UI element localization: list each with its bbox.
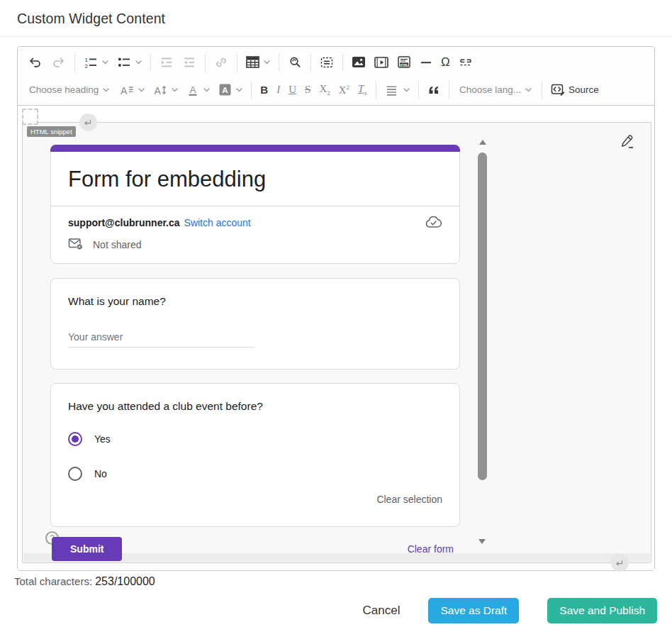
find-replace-icon — [288, 55, 302, 70]
insert-table-button[interactable] — [242, 51, 274, 74]
chevron-down-icon — [103, 88, 109, 92]
form-scrollbar[interactable] — [477, 140, 488, 545]
character-count-value: 253/100000 — [95, 575, 155, 587]
select-all-button[interactable] — [315, 51, 338, 74]
editor-content-area[interactable]: HTML snippet ↵ Form for embedding suppo — [18, 106, 654, 570]
toolbar-separator — [418, 82, 419, 99]
horizontal-line-button[interactable] — [415, 51, 437, 74]
not-shared-icon — [68, 237, 84, 253]
insert-paragraph-after-button[interactable]: ↵ — [611, 554, 629, 572]
svg-text:HTML: HTML — [400, 63, 408, 67]
cancel-button[interactable]: Cancel — [363, 604, 401, 618]
quote-icon — [427, 84, 440, 96]
toolbar-separator — [310, 54, 311, 71]
language-dropdown-label: Choose lang... — [459, 84, 521, 95]
form-question-card: What is your name? Your answer — [50, 278, 460, 370]
font-color-button[interactable]: A — [182, 79, 214, 101]
html-snippet-widget[interactable]: HTML snippet ↵ Form for embedding suppo — [22, 122, 651, 563]
chevron-down-icon — [236, 88, 242, 92]
radio-unselected-icon[interactable] — [68, 467, 82, 481]
toolbar-separator — [251, 82, 252, 99]
source-button[interactable]: Source — [547, 79, 603, 101]
character-count-label: Total characters: — [14, 575, 92, 587]
bold-button[interactable]: B — [256, 79, 272, 101]
edit-html-source-button[interactable] — [619, 133, 635, 152]
radio-option-label: No — [94, 468, 107, 479]
insert-media-button[interactable] — [370, 51, 393, 74]
remove-format-icon: Tx — [358, 84, 367, 96]
undo-icon — [28, 55, 43, 70]
toolbar-separator — [279, 54, 279, 71]
omega-icon: Ω — [441, 56, 450, 68]
form-account-section: support@clubrunner.ca Switch account Not… — [51, 206, 459, 263]
svg-text:A: A — [121, 84, 128, 96]
page-break-button[interactable] — [454, 51, 477, 74]
toolbar-row-1: 12HTMLΩ — [23, 48, 649, 76]
text-alignment-button[interactable] — [381, 79, 414, 101]
heading-dropdown-button[interactable]: Choose heading — [23, 79, 115, 101]
radio-selected-icon[interactable] — [68, 432, 82, 446]
toolbar-separator — [376, 82, 376, 99]
outdent-icon — [182, 55, 196, 70]
character-count: Total characters: 253/100000 — [14, 575, 672, 588]
widget-drag-handle-icon[interactable] — [22, 109, 38, 125]
short-answer-input[interactable]: Your answer — [68, 331, 254, 348]
scroll-down-arrow-icon[interactable] — [478, 539, 486, 544]
font-size-button[interactable]: A — [149, 79, 182, 101]
toolbar-separator — [237, 54, 237, 71]
block-quote-button[interactable] — [423, 79, 444, 101]
scroll-up-arrow-icon[interactable] — [479, 140, 486, 145]
form-question-card: Have you attended a club event before? Y… — [50, 383, 460, 527]
font-family-icon: A — [119, 83, 134, 97]
superscript-button[interactable]: X2 — [335, 79, 354, 101]
html-embed-button[interactable]: HTML — [393, 51, 415, 74]
google-form-preview: Form for embedding support@clubrunner.ca… — [50, 123, 460, 561]
font-background-color-button[interactable]: A — [214, 79, 247, 101]
toolbar-separator — [342, 54, 343, 71]
shared-status-text: Not shared — [93, 239, 141, 250]
italic-button[interactable]: I — [272, 79, 284, 101]
radio-option-label: Yes — [94, 433, 111, 445]
submit-button[interactable]: Submit — [52, 537, 122, 561]
chevron-down-icon — [102, 60, 108, 65]
strikethrough-button[interactable]: S — [301, 79, 315, 101]
decrease-indent-button[interactable] — [178, 51, 201, 74]
chevron-down-icon — [203, 88, 210, 92]
toolbar-separator — [449, 82, 449, 99]
chevron-down-icon — [135, 60, 142, 65]
bulleted-list-button[interactable] — [113, 51, 146, 74]
strikethrough-icon: S — [305, 84, 310, 95]
subscript-button[interactable]: X2 — [315, 79, 334, 101]
link-button[interactable] — [210, 51, 233, 74]
bulleted-list-icon — [117, 55, 131, 70]
redo-button[interactable] — [47, 51, 70, 74]
radio-option-no[interactable]: No — [68, 465, 442, 482]
insert-image-button[interactable] — [347, 51, 370, 74]
underline-icon: U — [289, 84, 296, 95]
font-family-button[interactable]: A — [115, 79, 149, 101]
increase-indent-button[interactable] — [155, 51, 178, 74]
switch-account-link[interactable]: Switch account — [184, 217, 251, 228]
save-as-draft-button[interactable]: Save as Draft — [428, 598, 519, 623]
clear-selection-button[interactable]: Clear selection — [68, 494, 442, 505]
special-characters-button[interactable]: Ω — [437, 51, 454, 74]
find-and-replace-button[interactable] — [284, 51, 306, 74]
underline-button[interactable]: U — [284, 79, 301, 101]
redo-icon — [51, 55, 66, 70]
saved-to-cloud-icon — [425, 216, 442, 229]
language-dropdown-button[interactable]: Choose lang... — [454, 79, 537, 101]
toolbar-separator — [205, 54, 206, 71]
remove-format-button[interactable]: Tx — [354, 79, 371, 101]
radio-option-yes[interactable]: Yes — [68, 431, 442, 448]
save-and-publish-button[interactable]: Save and Publish — [547, 598, 657, 623]
scrollbar-thumb[interactable] — [478, 152, 487, 480]
undo-button[interactable] — [23, 51, 47, 74]
table-icon — [246, 56, 259, 68]
action-bar: Cancel Save as Draft Save and Publish — [0, 598, 657, 623]
form-header-card: Form for embedding support@clubrunner.ca… — [50, 145, 460, 264]
hr-icon — [420, 56, 432, 69]
superscript-icon: X2 — [339, 84, 349, 96]
rich-text-editor: 12HTMLΩ Choose headingAAAABIUSX2X2TxChoo… — [17, 46, 655, 571]
numbered-list-button[interactable]: 12 — [79, 51, 113, 74]
insert-paragraph-before-button[interactable]: ↵ — [79, 113, 97, 131]
